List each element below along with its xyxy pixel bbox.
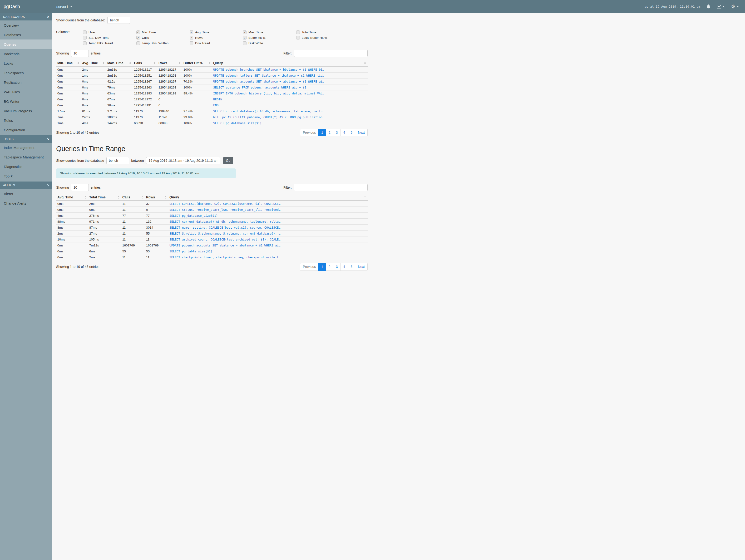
app-logo[interactable]: pgDash — [0, 4, 52, 9]
sidebar-item-locks[interactable]: Locks — [0, 59, 52, 68]
showing-entries: Showing entries — [56, 50, 101, 57]
pagination-page-3[interactable]: 3 — [333, 263, 341, 270]
pagination-page-4[interactable]: 4 — [341, 129, 348, 136]
server-selector[interactable]: server1 — [56, 4, 72, 8]
column-header-calls[interactable]: Calls — [133, 60, 157, 67]
pagination-next[interactable]: Next — [355, 263, 368, 270]
pagination: Previous12345Next — [300, 129, 368, 136]
query-link[interactable]: SELECT status, receive_start_lsn, receiv… — [169, 208, 281, 211]
query-link[interactable]: SELECT COALESCE(datname, $2), COALESCE(u… — [169, 202, 281, 205]
query-cell: SELECT S.relid, S.schemaname, S.relname,… — [168, 231, 368, 236]
query-link[interactable]: END — [213, 103, 219, 107]
query-link[interactable]: SELECT S.relid, S.schemaname, S.relname,… — [169, 232, 281, 235]
sidebar-item-diagnostics[interactable]: Diagnostics — [0, 162, 52, 171]
column-checkbox-local-buffer-hit[interactable]: Local Buffer Hit % — [296, 36, 350, 39]
column-checkbox-total-time[interactable]: Total Time — [296, 30, 350, 34]
query-link[interactable]: SELECT pg_database_size($1) — [169, 214, 218, 218]
entries-count-input[interactable] — [71, 50, 89, 57]
query-cell: WITH pc AS (SELECT pubname, COUNT(*) AS … — [212, 114, 368, 120]
column-header-max-time[interactable]: Max. Time — [106, 60, 133, 67]
column-header-min-time[interactable]: Min. Time — [56, 60, 81, 67]
query-link[interactable]: UPDATE pgbench_accounts SET abalance = a… — [213, 80, 324, 83]
pagination-previous[interactable]: Previous — [300, 263, 319, 270]
sidebar-item-overview[interactable]: Overview — [0, 21, 52, 30]
sidebar-item-index-management[interactable]: Index Management — [0, 143, 52, 152]
column-checkbox-buffer-hit[interactable]: ✓Buffer Hit % — [243, 36, 296, 39]
filter-input[interactable] — [294, 184, 368, 191]
column-checkbox-temp-blks-read[interactable]: Temp Blks. Read — [83, 41, 136, 45]
pagination-page-2[interactable]: 2 — [326, 263, 333, 270]
sidebar-item-backends[interactable]: Backends — [0, 49, 52, 59]
column-checkbox-user[interactable]: User — [83, 30, 136, 34]
query-link[interactable]: SELECT pg_table_size($1) — [169, 250, 213, 253]
pagination-page-2[interactable]: 2 — [326, 129, 333, 136]
column-checkbox-min-time[interactable]: ✓Min. Time — [136, 30, 190, 34]
sidebar-section-dashboards[interactable]: DASHBOARDS> — [0, 13, 52, 21]
column-header-avg-time[interactable]: Avg. Time — [81, 60, 106, 67]
pagination-page-3[interactable]: 3 — [333, 129, 341, 136]
query-row: 0ms0ms79ms12954182631295418263100%SELECT… — [56, 85, 368, 90]
query-link[interactable]: SELECT current_database() AS db, scheman… — [213, 109, 324, 113]
pagination-page-1[interactable]: 1 — [318, 129, 326, 136]
value-cell: 1601769 — [121, 242, 145, 249]
pagination-previous[interactable]: Previous — [300, 129, 319, 136]
pagination-next[interactable]: Next — [355, 129, 368, 136]
sidebar-item-bg-writer[interactable]: BG Writer — [0, 97, 52, 106]
time-range-input[interactable] — [146, 157, 220, 164]
sidebar-section-alerts[interactable]: ALERTS> — [0, 182, 52, 189]
column-header-total-time[interactable]: Total Time — [88, 194, 121, 201]
column-checkbox-disk-read[interactable]: Disk Read — [190, 41, 243, 45]
query-link[interactable]: SELECT current_database() AS db, scheman… — [169, 220, 281, 223]
column-checkbox-calls[interactable]: ✓Calls — [136, 36, 190, 39]
entries-count-input[interactable] — [71, 184, 89, 191]
sidebar-item-configuration[interactable]: Configuration — [0, 125, 52, 135]
sidebar-item-databases[interactable]: Databases — [0, 30, 52, 39]
column-header-rows[interactable]: Rows — [157, 60, 182, 67]
query-link[interactable]: SELECT checkpoints_timed, checkpoints_re… — [169, 256, 281, 259]
query-link[interactable]: UPDATE pgbench_branches SET bbalance = b… — [213, 68, 324, 71]
sidebar-item-alerts[interactable]: Alerts — [0, 189, 52, 198]
checkbox-unchecked-icon — [243, 41, 247, 45]
sidebar-item-wal-files[interactable]: WAL Files — [0, 87, 52, 97]
sidebar-item-tablespace-management[interactable]: Tablespace Management — [0, 152, 52, 162]
query-link[interactable]: UPDATE pgbench_tellers SET tbalance = tb… — [213, 74, 324, 77]
column-checkbox-disk-write[interactable]: Disk Write — [243, 41, 296, 45]
sidebar-item-vacuum-progress[interactable]: Vacuum Progress — [0, 106, 52, 116]
column-checkbox-temp-blks-written[interactable]: Temp Blks. Written — [136, 41, 190, 45]
column-header-rows[interactable]: Rows — [145, 194, 168, 201]
pagination-page-5[interactable]: 5 — [348, 263, 355, 270]
sidebar-item-queries[interactable]: Queries — [0, 39, 52, 49]
value-cell: 7ms — [56, 114, 81, 120]
sidebar-item-change-alerts[interactable]: Change Alerts — [0, 198, 52, 208]
sidebar-item-replication[interactable]: Replication — [0, 77, 52, 87]
column-header-query[interactable]: Query — [212, 60, 368, 67]
column-checkbox-std-dev-time[interactable]: Std. Dev. Time — [83, 36, 136, 39]
value-cell: 55 — [145, 249, 168, 254]
query-link[interactable]: UPDATE pgbench_accounts SET abalance = a… — [169, 243, 281, 247]
column-header-calls[interactable]: Calls — [121, 194, 145, 201]
sidebar-item-tablespaces[interactable]: Tablespaces — [0, 68, 52, 77]
column-header-query[interactable]: Query — [168, 194, 368, 201]
pagination-page-5[interactable]: 5 — [348, 129, 355, 136]
query-link[interactable]: WITH pc AS (SELECT pubname, COUNT(*) AS … — [213, 116, 324, 119]
filter-input[interactable] — [294, 50, 368, 57]
column-checkbox-max-time[interactable]: ✓Max. Time — [243, 30, 296, 34]
time-range-database-input[interactable] — [106, 157, 129, 164]
pagination-page-1[interactable]: 1 — [318, 263, 326, 270]
sidebar-item-roles[interactable]: Roles — [0, 116, 52, 125]
query-link[interactable]: SELECT abalance FROM pgbench_accounts WH… — [213, 86, 306, 89]
database-input[interactable] — [107, 17, 130, 24]
column-header-buffer-hit[interactable]: Buffer Hit % — [182, 60, 212, 67]
pagination-page-4[interactable]: 4 — [341, 263, 348, 270]
query-link[interactable]: SELECT name, setting, COALESCE(boot_val,… — [169, 226, 281, 229]
go-button[interactable]: Go — [223, 157, 233, 164]
column-checkbox-rows[interactable]: ✓Rows — [190, 36, 243, 39]
column-checkbox-avg-time[interactable]: ✓Avg. Time — [190, 30, 243, 34]
query-link[interactable]: INSERT INTO pgbench_history (tid, bid, a… — [213, 92, 324, 95]
query-link[interactable]: SELECT pg_database_size($1) — [213, 121, 261, 125]
sidebar-item-top-k[interactable]: Topk — [0, 171, 52, 181]
query-link[interactable]: BEGIN — [213, 98, 222, 101]
query-link[interactable]: SELECT archived_count, COALESCE(last_arc… — [169, 238, 281, 241]
sidebar-section-tools[interactable]: TOOLS> — [0, 135, 52, 143]
column-header-avg-time[interactable]: Avg. Time — [56, 194, 88, 201]
